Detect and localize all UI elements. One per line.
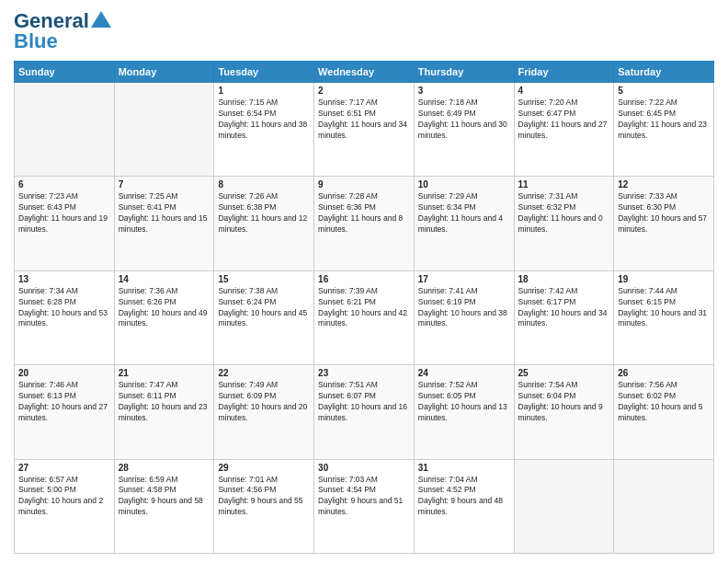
week-row-5: 27Sunrise: 6:57 AM Sunset: 5:00 PM Dayli… bbox=[15, 459, 714, 553]
day-info: Sunrise: 7:51 AM Sunset: 6:07 PM Dayligh… bbox=[318, 380, 410, 424]
day-number: 8 bbox=[218, 179, 310, 190]
weekday-header-saturday: Saturday bbox=[614, 62, 714, 83]
calendar-cell: 15Sunrise: 7:38 AM Sunset: 6:24 PM Dayli… bbox=[214, 270, 314, 364]
day-number: 17 bbox=[418, 274, 510, 284]
day-number: 14 bbox=[119, 274, 210, 284]
day-info: Sunrise: 7:26 AM Sunset: 6:38 PM Dayligh… bbox=[218, 191, 310, 236]
calendar-cell: 18Sunrise: 7:42 AM Sunset: 6:17 PM Dayli… bbox=[514, 270, 614, 364]
day-number: 21 bbox=[119, 368, 210, 378]
calendar-cell: 6Sunrise: 7:23 AM Sunset: 6:43 PM Daylig… bbox=[15, 177, 115, 270]
calendar-cell: 14Sunrise: 7:36 AM Sunset: 6:26 PM Dayli… bbox=[114, 270, 214, 364]
day-number: 20 bbox=[18, 368, 110, 378]
week-row-4: 20Sunrise: 7:46 AM Sunset: 6:13 PM Dayli… bbox=[15, 365, 714, 459]
calendar-cell bbox=[15, 83, 115, 177]
day-info: Sunrise: 7:03 AM Sunset: 4:54 PM Dayligh… bbox=[318, 475, 410, 519]
day-info: Sunrise: 7:01 AM Sunset: 4:56 PM Dayligh… bbox=[218, 475, 310, 519]
calendar-cell: 9Sunrise: 7:28 AM Sunset: 6:36 PM Daylig… bbox=[314, 177, 415, 270]
day-number: 7 bbox=[119, 179, 210, 190]
day-number: 22 bbox=[218, 368, 310, 378]
day-number: 19 bbox=[618, 274, 710, 284]
calendar-cell: 25Sunrise: 7:54 AM Sunset: 6:04 PM Dayli… bbox=[514, 365, 614, 459]
day-number: 11 bbox=[518, 179, 610, 190]
week-row-3: 13Sunrise: 7:34 AM Sunset: 6:28 PM Dayli… bbox=[15, 270, 714, 364]
day-number: 18 bbox=[518, 274, 610, 284]
week-row-1: 1Sunrise: 7:15 AM Sunset: 6:54 PM Daylig… bbox=[15, 83, 714, 177]
day-number: 28 bbox=[119, 463, 210, 473]
calendar-cell: 17Sunrise: 7:41 AM Sunset: 6:19 PM Dayli… bbox=[414, 270, 514, 364]
logo-blue: Blue bbox=[14, 29, 58, 53]
day-number: 15 bbox=[218, 274, 310, 284]
day-number: 24 bbox=[418, 368, 510, 378]
calendar-cell: 1Sunrise: 7:15 AM Sunset: 6:54 PM Daylig… bbox=[214, 83, 314, 177]
day-number: 1 bbox=[218, 86, 310, 96]
day-info: Sunrise: 7:47 AM Sunset: 6:11 PM Dayligh… bbox=[119, 380, 210, 424]
day-number: 23 bbox=[318, 368, 410, 378]
day-number: 2 bbox=[318, 86, 410, 96]
day-info: Sunrise: 7:41 AM Sunset: 6:19 PM Dayligh… bbox=[418, 286, 510, 330]
day-info: Sunrise: 7:42 AM Sunset: 6:17 PM Dayligh… bbox=[518, 286, 610, 330]
calendar-cell: 11Sunrise: 7:31 AM Sunset: 6:32 PM Dayli… bbox=[514, 177, 614, 270]
day-info: Sunrise: 7:15 AM Sunset: 6:54 PM Dayligh… bbox=[218, 98, 310, 142]
day-info: Sunrise: 7:31 AM Sunset: 6:32 PM Dayligh… bbox=[518, 191, 610, 236]
calendar-cell: 23Sunrise: 7:51 AM Sunset: 6:07 PM Dayli… bbox=[314, 365, 415, 459]
day-number: 9 bbox=[318, 179, 410, 190]
day-info: Sunrise: 7:18 AM Sunset: 6:49 PM Dayligh… bbox=[418, 98, 510, 142]
calendar-cell: 20Sunrise: 7:46 AM Sunset: 6:13 PM Dayli… bbox=[15, 365, 115, 459]
day-number: 4 bbox=[518, 86, 610, 96]
calendar-cell: 2Sunrise: 7:17 AM Sunset: 6:51 PM Daylig… bbox=[314, 83, 415, 177]
calendar-cell: 29Sunrise: 7:01 AM Sunset: 4:56 PM Dayli… bbox=[214, 459, 314, 553]
day-info: Sunrise: 7:38 AM Sunset: 6:24 PM Dayligh… bbox=[218, 286, 310, 330]
calendar-cell: 27Sunrise: 6:57 AM Sunset: 5:00 PM Dayli… bbox=[15, 459, 115, 553]
day-number: 31 bbox=[418, 463, 510, 473]
day-info: Sunrise: 7:22 AM Sunset: 6:45 PM Dayligh… bbox=[618, 98, 710, 142]
day-number: 29 bbox=[218, 463, 310, 473]
day-number: 25 bbox=[518, 368, 610, 378]
calendar-cell: 21Sunrise: 7:47 AM Sunset: 6:11 PM Dayli… bbox=[114, 365, 214, 459]
day-info: Sunrise: 7:44 AM Sunset: 6:15 PM Dayligh… bbox=[618, 286, 710, 330]
day-info: Sunrise: 7:25 AM Sunset: 6:41 PM Dayligh… bbox=[119, 191, 210, 236]
day-number: 30 bbox=[318, 463, 410, 473]
day-info: Sunrise: 7:52 AM Sunset: 6:05 PM Dayligh… bbox=[418, 380, 510, 424]
day-number: 27 bbox=[18, 463, 110, 473]
day-info: Sunrise: 7:54 AM Sunset: 6:04 PM Dayligh… bbox=[518, 380, 610, 424]
day-info: Sunrise: 7:04 AM Sunset: 4:52 PM Dayligh… bbox=[418, 475, 510, 519]
logo-icon bbox=[91, 11, 111, 28]
calendar-cell: 10Sunrise: 7:29 AM Sunset: 6:34 PM Dayli… bbox=[414, 177, 514, 270]
day-info: Sunrise: 7:39 AM Sunset: 6:21 PM Dayligh… bbox=[318, 286, 410, 330]
week-row-2: 6Sunrise: 7:23 AM Sunset: 6:43 PM Daylig… bbox=[15, 177, 714, 270]
day-info: Sunrise: 6:59 AM Sunset: 4:58 PM Dayligh… bbox=[119, 475, 210, 519]
calendar-cell: 3Sunrise: 7:18 AM Sunset: 6:49 PM Daylig… bbox=[414, 83, 514, 177]
logo: General Blue bbox=[14, 9, 111, 53]
weekday-header-friday: Friday bbox=[514, 62, 614, 83]
day-info: Sunrise: 7:56 AM Sunset: 6:02 PM Dayligh… bbox=[618, 380, 710, 424]
calendar-cell: 28Sunrise: 6:59 AM Sunset: 4:58 PM Dayli… bbox=[114, 459, 214, 553]
calendar-cell: 19Sunrise: 7:44 AM Sunset: 6:15 PM Dayli… bbox=[614, 270, 714, 364]
calendar-cell: 22Sunrise: 7:49 AM Sunset: 6:09 PM Dayli… bbox=[214, 365, 314, 459]
weekday-header-monday: Monday bbox=[114, 62, 214, 83]
day-number: 26 bbox=[618, 368, 710, 378]
day-info: Sunrise: 7:29 AM Sunset: 6:34 PM Dayligh… bbox=[418, 191, 510, 236]
day-info: Sunrise: 7:33 AM Sunset: 6:30 PM Dayligh… bbox=[618, 191, 710, 236]
weekday-header-thursday: Thursday bbox=[414, 62, 514, 83]
weekday-header-row: SundayMondayTuesdayWednesdayThursdayFrid… bbox=[15, 62, 714, 83]
calendar-cell: 31Sunrise: 7:04 AM Sunset: 4:52 PM Dayli… bbox=[414, 459, 514, 553]
calendar-cell: 8Sunrise: 7:26 AM Sunset: 6:38 PM Daylig… bbox=[214, 177, 314, 270]
calendar-cell bbox=[114, 83, 214, 177]
day-number: 13 bbox=[18, 274, 110, 284]
day-number: 10 bbox=[418, 179, 510, 190]
calendar-cell: 16Sunrise: 7:39 AM Sunset: 6:21 PM Dayli… bbox=[314, 270, 415, 364]
calendar-cell: 30Sunrise: 7:03 AM Sunset: 4:54 PM Dayli… bbox=[314, 459, 415, 553]
calendar-cell: 5Sunrise: 7:22 AM Sunset: 6:45 PM Daylig… bbox=[614, 83, 714, 177]
day-info: Sunrise: 7:49 AM Sunset: 6:09 PM Dayligh… bbox=[218, 380, 310, 424]
day-info: Sunrise: 7:36 AM Sunset: 6:26 PM Dayligh… bbox=[119, 286, 210, 330]
day-info: Sunrise: 7:17 AM Sunset: 6:51 PM Dayligh… bbox=[318, 98, 410, 142]
day-info: Sunrise: 7:28 AM Sunset: 6:36 PM Dayligh… bbox=[318, 191, 410, 236]
day-number: 3 bbox=[418, 86, 510, 96]
header: General Blue bbox=[14, 9, 714, 53]
calendar-cell: 26Sunrise: 7:56 AM Sunset: 6:02 PM Dayli… bbox=[614, 365, 714, 459]
weekday-header-wednesday: Wednesday bbox=[314, 62, 415, 83]
day-info: Sunrise: 7:34 AM Sunset: 6:28 PM Dayligh… bbox=[18, 286, 110, 330]
day-info: Sunrise: 7:23 AM Sunset: 6:43 PM Dayligh… bbox=[18, 191, 110, 236]
calendar-cell bbox=[514, 459, 614, 553]
calendar-cell: 4Sunrise: 7:20 AM Sunset: 6:47 PM Daylig… bbox=[514, 83, 614, 177]
